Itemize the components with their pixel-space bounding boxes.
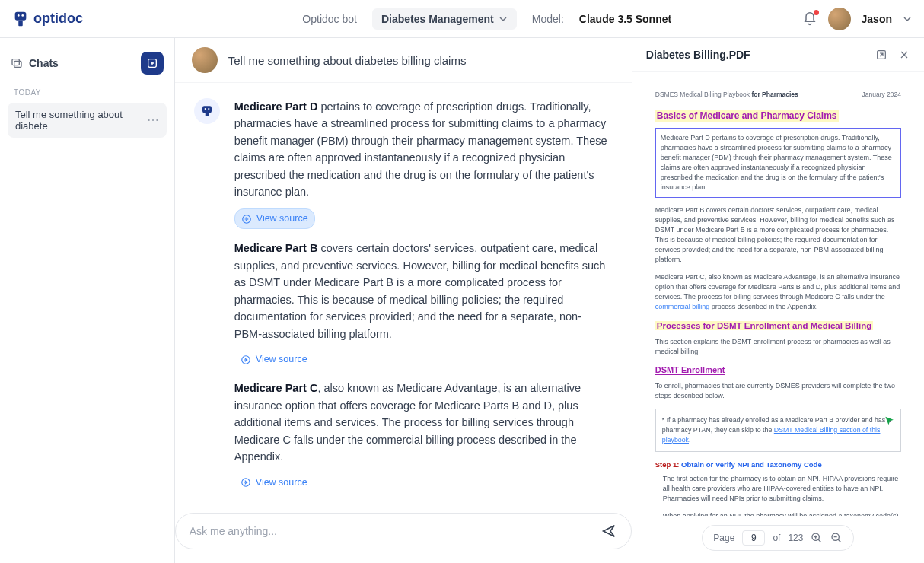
zoom-in-icon[interactable] <box>811 532 823 544</box>
svg-point-9 <box>208 108 209 110</box>
expand-icon[interactable] <box>875 49 887 61</box>
para3-strong: Medicare Part C <box>234 382 318 394</box>
view-source-label: View source <box>256 476 307 490</box>
topbar: optidoc Optidoc bot Diabetes Management … <box>0 0 924 38</box>
view-source-2[interactable]: View source <box>234 350 314 369</box>
document-panel: Diabetes Billing.PDF DSMES Medical Billi… <box>632 38 924 563</box>
commercial-billing-link[interactable]: commercial billing <box>655 303 710 310</box>
doc-p7: When applying for an NPI, the pharmacy w… <box>655 511 901 516</box>
bell-icon <box>802 11 817 27</box>
new-chat-button[interactable] <box>141 52 164 75</box>
doc-highlight-box: Medicare Part D pertains to coverage of … <box>655 128 901 198</box>
answer-body: Medicare Part D pertains to coverage of … <box>234 98 607 502</box>
doc-p5: To enroll, pharmacies that are currently… <box>655 381 901 401</box>
svg-rect-4 <box>12 59 19 65</box>
logo[interactable]: optidoc <box>12 11 172 27</box>
sidebar: Chats TODAY Tell me something about diab… <box>0 38 175 563</box>
bot-selector[interactable]: Diabetes Management <box>372 8 517 30</box>
para1-strong: Medicare Part D <box>234 100 318 113</box>
svg-rect-0 <box>15 11 27 20</box>
plus-icon <box>146 57 158 69</box>
doc-note-box: * If a pharmacy has already enrolled as … <box>655 409 901 451</box>
doc-p2: Medicare Part B covers certain doctors' … <box>655 205 901 265</box>
composer-input[interactable]: Ask me anything... <box>175 513 632 549</box>
bot-icon <box>200 104 214 118</box>
sidebar-group-today: TODAY <box>8 85 167 100</box>
bot-selected: Diabetes Management <box>381 13 494 25</box>
user-avatar-small <box>192 47 218 73</box>
doc-p4: This section explains the DSMT enrollmen… <box>655 337 901 357</box>
model-selected: Claude 3.5 Sonnet <box>579 13 671 25</box>
doc-h2: Processes for DSMT Enrollment and Medica… <box>655 321 873 330</box>
chat-item[interactable]: Tell me something about diabete ⋯ <box>8 103 167 138</box>
document-pager: Page of 123 <box>702 525 854 551</box>
page-label: Page <box>713 533 734 543</box>
of-label: of <box>773 533 780 543</box>
topbar-center: Optidoc bot Diabetes Management Model: C… <box>184 8 790 30</box>
view-source-3[interactable]: View source <box>234 473 314 492</box>
svg-point-8 <box>204 108 206 110</box>
arrow-right-circle-icon <box>241 355 251 365</box>
conversation-panel: Tell me something about diabetes billing… <box>175 38 632 563</box>
bot-label: Optidoc bot <box>302 13 357 25</box>
svg-rect-1 <box>18 20 23 25</box>
doc-p3: Medicare Part C, also known as Medicare … <box>655 272 901 312</box>
chat-item-label: Tell me something about diabete <box>15 109 147 132</box>
chats-icon <box>11 57 23 69</box>
doc-h3: DSMT Enrollment <box>655 365 725 375</box>
model-label: Model: <box>532 13 564 25</box>
svg-rect-7 <box>202 106 212 113</box>
close-icon[interactable] <box>898 49 910 61</box>
user-name: Jason <box>862 13 892 25</box>
doc-meta-left-bold: for Pharmacies <box>751 91 798 98</box>
step-title: Obtain or Verify NPI and Taxonomy Code <box>681 460 822 469</box>
para2-strong: Medicare Part B <box>234 242 318 254</box>
zoom-out-icon[interactable] <box>830 532 843 544</box>
para1-text: pertains to coverage of prescription dru… <box>234 100 607 198</box>
arrow-right-circle-icon <box>241 477 251 488</box>
total-pages: 123 <box>788 533 803 543</box>
doc-h1: Basics of Medicare and Pharmacy Claims <box>655 110 839 122</box>
view-source-1[interactable]: View source <box>234 208 315 229</box>
user-message-row: Tell me something about diabetes billing… <box>175 38 632 83</box>
notifications-button[interactable] <box>802 11 817 27</box>
doc-meta-left: DSMES Medical Billing Playbook <box>655 91 750 98</box>
cursor-icon <box>884 415 894 426</box>
svg-point-3 <box>21 14 24 17</box>
para2-text: covers certain doctors' services, outpat… <box>234 242 606 339</box>
chats-title-text: Chats <box>29 57 59 69</box>
brand-name: optidoc <box>33 11 83 27</box>
view-source-label: View source <box>256 212 308 226</box>
svg-rect-10 <box>206 113 209 116</box>
logo-icon <box>12 11 29 27</box>
composer-placeholder: Ask me anything... <box>190 525 277 537</box>
chats-heading: Chats <box>11 57 59 69</box>
page-input[interactable] <box>742 530 765 546</box>
view-source-label: View source <box>256 352 307 367</box>
bot-avatar <box>194 98 220 124</box>
arrow-right-circle-icon <box>241 214 252 224</box>
user-prompt: Tell me something about diabetes billing… <box>228 54 467 67</box>
doc-p6: The first action for the pharmacy is to … <box>655 474 901 504</box>
doc-meta-right: January 2024 <box>862 90 901 99</box>
chevron-down-icon <box>499 14 508 24</box>
document-title: Diabetes Billing.PDF <box>646 49 750 61</box>
answer-scroll-area[interactable]: Medicare Part D pertains to coverage of … <box>175 83 632 502</box>
document-header: Diabetes Billing.PDF <box>632 38 924 72</box>
composer: Ask me anything... <box>175 502 632 563</box>
svg-rect-5 <box>14 61 21 67</box>
step-label: Step 1: <box>655 460 680 469</box>
user-avatar[interactable] <box>828 8 851 30</box>
topbar-right: Jason <box>802 8 912 30</box>
chat-item-menu[interactable]: ⋯ <box>147 114 159 126</box>
send-icon[interactable] <box>601 523 617 539</box>
svg-point-2 <box>18 14 20 17</box>
chevron-down-icon[interactable] <box>903 14 912 24</box>
document-body[interactable]: DSMES Medical Billing Playbook for Pharm… <box>632 72 924 516</box>
